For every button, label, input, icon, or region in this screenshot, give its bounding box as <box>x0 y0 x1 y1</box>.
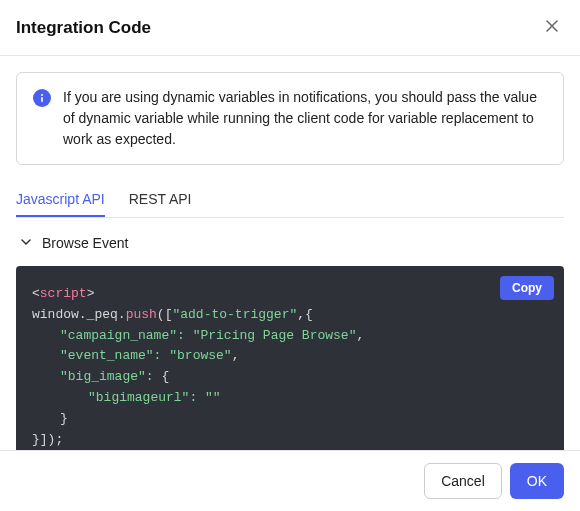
tab-javascript-api[interactable]: Javascript API <box>16 183 105 217</box>
info-icon <box>33 89 51 107</box>
dialog-title: Integration Code <box>16 18 151 38</box>
copy-button[interactable]: Copy <box>500 276 554 300</box>
close-icon <box>544 18 560 34</box>
svg-rect-1 <box>41 97 43 102</box>
code-line: "event_name": "browse", <box>32 346 548 367</box>
code-line: "big_image": { <box>32 367 548 388</box>
tab-rest-api[interactable]: REST API <box>129 183 192 217</box>
accordion-browse-event[interactable]: Browse Event <box>16 218 564 266</box>
info-text: If you are using dynamic variables in no… <box>63 87 547 150</box>
cancel-button[interactable]: Cancel <box>424 463 502 499</box>
svg-point-0 <box>41 94 43 96</box>
accordion-title: Browse Event <box>42 235 128 251</box>
info-banner: If you are using dynamic variables in no… <box>16 72 564 165</box>
code-line: "campaign_name": "Pricing Page Browse", <box>32 326 548 347</box>
dialog-content: If you are using dynamic variables in no… <box>0 56 580 450</box>
code-block: Copy <script> window._peq.push(["add-to-… <box>16 266 564 450</box>
dialog-header: Integration Code <box>0 0 580 56</box>
dialog-footer: Cancel OK <box>0 450 580 511</box>
code-line: window._peq.push(["add-to-trigger",{ <box>32 305 548 326</box>
code-line: <script> <box>32 284 548 305</box>
ok-button[interactable]: OK <box>510 463 564 499</box>
code-line: "bigimageurl": "" <box>32 388 548 409</box>
api-tabs: Javascript API REST API <box>16 183 564 218</box>
code-line: } <box>32 409 548 430</box>
code-line: }]); <box>32 430 548 450</box>
chevron-down-icon <box>20 234 32 252</box>
close-button[interactable] <box>540 14 564 41</box>
